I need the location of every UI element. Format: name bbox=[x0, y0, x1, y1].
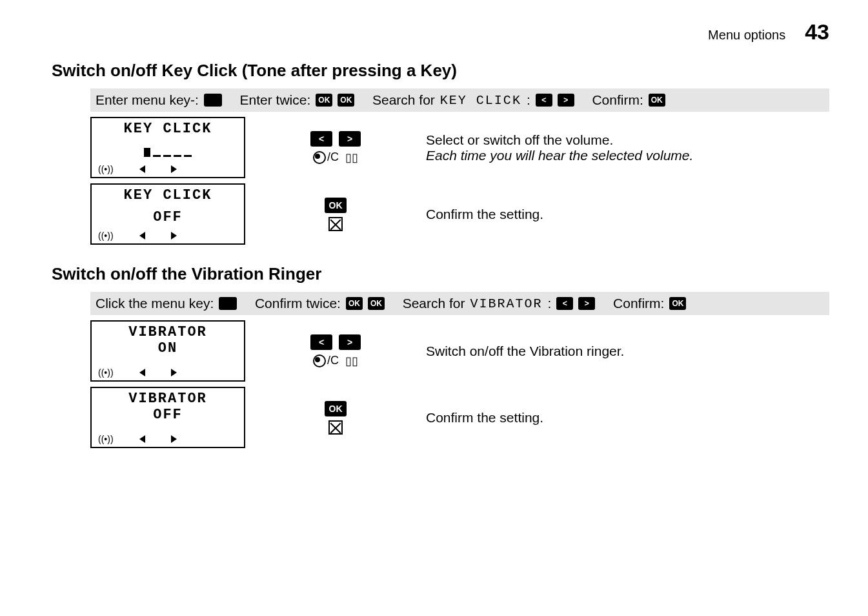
right-key-icon: > bbox=[558, 94, 574, 107]
book-icon: ▯▯ bbox=[345, 150, 358, 165]
ok-key-icon: OK bbox=[346, 297, 363, 310]
lcd-title: KEY CLICK bbox=[96, 121, 240, 137]
ok-key-icon: OK bbox=[649, 94, 665, 107]
right-arrow-icon bbox=[171, 165, 177, 173]
left-key-icon: < bbox=[536, 94, 552, 107]
lcd-footer: ((•)) bbox=[96, 367, 240, 379]
description: Confirm the setting. bbox=[426, 207, 543, 222]
signal-icon: ((•)) bbox=[98, 367, 114, 378]
toggle-c-icon: /C bbox=[313, 354, 339, 367]
bar-text: Search for bbox=[372, 92, 435, 108]
lcd-title: KEY CLICK bbox=[96, 187, 240, 203]
menu-key-icon bbox=[219, 297, 237, 310]
ok-key-icon: OK bbox=[368, 297, 385, 310]
header-label: Menu options bbox=[708, 28, 785, 43]
section2-title: Switch on/off the Vibration Ringer bbox=[52, 264, 829, 284]
left-key-icon: < bbox=[556, 297, 573, 310]
ok-key-icon: OK bbox=[316, 94, 332, 107]
volume-bar-empty bbox=[163, 153, 171, 157]
action-icons: OK bbox=[271, 198, 400, 231]
left-arrow-icon bbox=[139, 435, 145, 443]
bar-text: : bbox=[527, 92, 530, 108]
volume-bar-empty bbox=[174, 153, 181, 157]
bar-text: Confirm: bbox=[592, 92, 643, 108]
left-key-icon: < bbox=[310, 334, 332, 350]
lcd-footer: ((•)) bbox=[96, 231, 240, 242]
left-arrow-icon bbox=[139, 369, 145, 376]
section2-row1: VIBRATOR ON ((•)) < > /C ▯▯ bbox=[90, 320, 829, 382]
section1-row1: KEY CLICK ((•)) < > bbox=[90, 117, 829, 178]
volume-bar-empty bbox=[153, 153, 161, 157]
page-number: 43 bbox=[805, 19, 829, 45]
right-key-icon: > bbox=[339, 334, 361, 350]
section2: Click the menu key: Confirm twice: OK OK… bbox=[90, 292, 829, 448]
bar-mono-text: KEY CLICK bbox=[440, 93, 521, 108]
bar-text: Confirm: bbox=[613, 296, 664, 311]
right-arrow-icon bbox=[171, 435, 177, 443]
lcd-title: VIBRATOR bbox=[96, 391, 240, 407]
desc-line: Select or switch off the volume. bbox=[426, 132, 693, 148]
lcd-value: OFF bbox=[96, 407, 240, 423]
right-arrow-icon bbox=[171, 232, 177, 240]
bar-text: : bbox=[548, 296, 552, 311]
right-key-icon: > bbox=[578, 297, 595, 310]
bar-text: Confirm twice: bbox=[255, 296, 341, 311]
ok-key-icon: OK bbox=[669, 297, 686, 310]
signal-icon: ((•)) bbox=[98, 231, 114, 241]
description: Confirm the setting. bbox=[426, 410, 543, 426]
lcd-screen: VIBRATOR OFF ((•)) bbox=[90, 387, 245, 448]
lcd-screen: VIBRATOR ON ((•)) bbox=[90, 320, 245, 382]
lcd-value: OFF bbox=[96, 209, 240, 225]
action-icons: < > /C ▯▯ bbox=[271, 334, 400, 368]
ok-key-icon: OK bbox=[338, 94, 354, 107]
menu-key-icon bbox=[204, 94, 222, 107]
right-arrow-icon bbox=[171, 369, 177, 376]
description: Switch on/off the Vibration ringer. bbox=[426, 344, 624, 359]
toggle-c-icon: /C bbox=[313, 150, 339, 164]
action-icons: OK bbox=[271, 401, 400, 435]
volume-bar-filled bbox=[144, 148, 150, 157]
lcd-screen: KEY CLICK ((•)) bbox=[90, 117, 245, 178]
bar-text: Enter menu key-: bbox=[96, 92, 199, 108]
volume-bar-empty bbox=[184, 153, 192, 157]
ok-key-icon: OK bbox=[325, 401, 347, 416]
section2-row2: VIBRATOR OFF ((•)) OK Confirm the settin… bbox=[90, 387, 829, 448]
action-icons: < > /C ▯▯ bbox=[271, 131, 400, 165]
signal-icon: ((•)) bbox=[98, 434, 114, 444]
lcd-screen: KEY CLICK OFF ((•)) bbox=[90, 183, 245, 245]
section1-title: Switch on/off Key Click (Tone after pres… bbox=[52, 61, 829, 81]
bar-mono-text: VIBRATOR bbox=[470, 296, 543, 311]
page-header: Menu options 43 bbox=[52, 19, 829, 45]
book-icon: ▯▯ bbox=[345, 354, 358, 368]
bar-text: Click the menu key: bbox=[96, 296, 214, 311]
bar-text: Enter twice: bbox=[240, 92, 311, 108]
lcd-title: VIBRATOR bbox=[96, 324, 240, 340]
left-arrow-icon bbox=[139, 165, 145, 173]
bar-text: Search for bbox=[403, 296, 465, 311]
section1: Enter menu key-: Enter twice: OK OK Sear… bbox=[90, 88, 829, 245]
lcd-footer: ((•)) bbox=[96, 434, 240, 446]
section1-row2: KEY CLICK OFF ((•)) OK Confirm the setti… bbox=[90, 183, 829, 245]
left-key-icon: < bbox=[310, 131, 332, 147]
desc-line-italic: Each time you will hear the selected vol… bbox=[426, 148, 693, 163]
volume-bars bbox=[96, 144, 240, 157]
ok-key-icon: OK bbox=[325, 198, 347, 213]
signal-icon: ((•)) bbox=[98, 164, 114, 174]
right-key-icon: > bbox=[339, 131, 361, 147]
description: Select or switch off the volume. Each ti… bbox=[426, 132, 693, 163]
section2-instruction-bar: Click the menu key: Confirm twice: OK OK… bbox=[90, 292, 829, 315]
lcd-footer: ((•)) bbox=[96, 164, 240, 176]
left-arrow-icon bbox=[139, 232, 145, 240]
cancel-icon bbox=[328, 217, 343, 231]
page: Menu options 43 Switch on/off Key Click … bbox=[0, 0, 868, 616]
section1-instruction-bar: Enter menu key-: Enter twice: OK OK Sear… bbox=[90, 88, 829, 112]
cancel-icon bbox=[328, 420, 343, 435]
lcd-value: ON bbox=[96, 340, 240, 356]
